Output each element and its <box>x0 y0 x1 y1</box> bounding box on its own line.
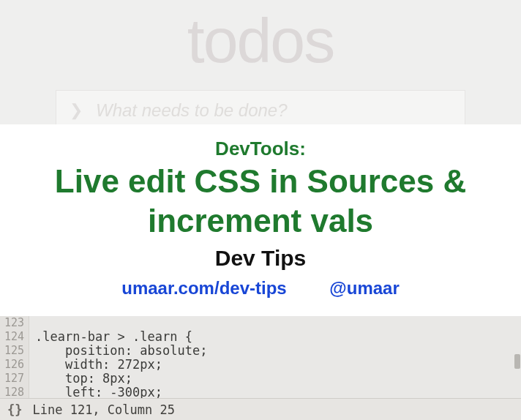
line-number: 126 <box>0 358 29 372</box>
line-number: 123 <box>0 316 29 330</box>
code-text[interactable] <box>29 316 35 330</box>
code-line: 126 width: 272px; <box>0 358 521 372</box>
line-number: 127 <box>0 372 29 386</box>
status-bar: {} Line 121, Column 25 <box>0 398 521 420</box>
line-number: 124 <box>0 330 29 344</box>
braces-icon[interactable]: {} <box>7 402 22 417</box>
line-number: 125 <box>0 344 29 358</box>
card-pretitle: DevTools: <box>0 138 521 160</box>
code-line: 123 <box>0 316 521 330</box>
title-card: DevTools: Live edit CSS in Sources & inc… <box>0 124 521 316</box>
todos-title: todos <box>0 4 521 77</box>
chevron-down-icon: ❯ <box>70 101 83 120</box>
card-title: Live edit CSS in Sources & increment val… <box>0 162 521 240</box>
card-subtitle: Dev Tips <box>0 246 521 271</box>
code-lines[interactable]: 123 124 .learn-bar > .learn { 125 positi… <box>0 316 521 398</box>
cursor-position: Line 121, Column 25 <box>32 402 174 417</box>
code-text[interactable]: position: absolute; <box>29 344 207 358</box>
todo-input-placeholder: What needs to be done? <box>96 100 288 121</box>
code-text[interactable]: top: 8px; <box>29 372 132 386</box>
code-line: 124 .learn-bar > .learn { <box>0 330 521 344</box>
code-text[interactable]: .learn-bar > .learn { <box>29 330 192 344</box>
code-line: 127 top: 8px; <box>0 372 521 386</box>
code-line: 128 left: -300px; <box>0 386 521 398</box>
code-text[interactable]: left: -300px; <box>29 386 162 398</box>
link-handle[interactable]: @umaar <box>329 278 399 298</box>
scrollbar[interactable] <box>512 316 521 389</box>
scrollbar-thumb[interactable] <box>514 354 520 369</box>
code-line: 125 position: absolute; <box>0 344 521 358</box>
link-site[interactable]: umaar.com/dev-tips <box>121 278 286 298</box>
code-text[interactable]: width: 272px; <box>29 358 162 372</box>
card-links: umaar.com/dev-tips @umaar <box>0 278 521 299</box>
line-number: 128 <box>0 386 29 398</box>
sources-code-editor[interactable]: 123 124 .learn-bar > .learn { 125 positi… <box>0 316 521 420</box>
